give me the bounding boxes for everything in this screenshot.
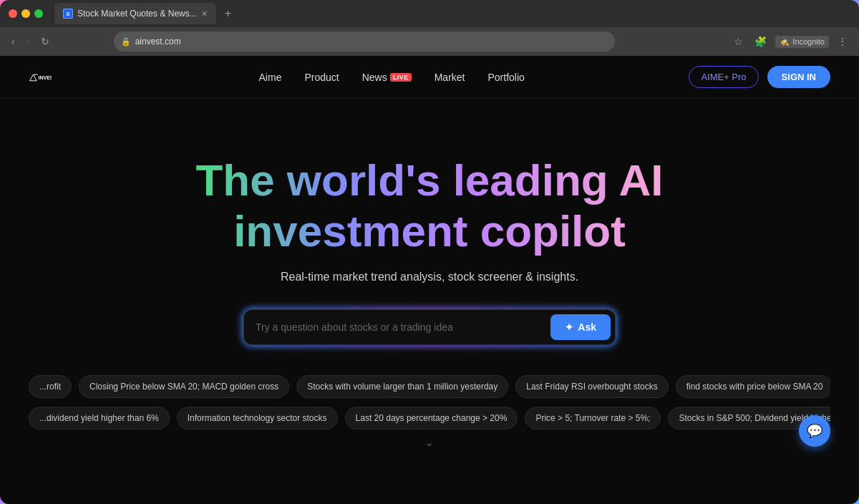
ask-button[interactable]: ✦ Ask: [550, 314, 611, 340]
nav-aime[interactable]: Aime: [259, 72, 282, 83]
hero-title-line1: The world's leading AI: [195, 155, 663, 205]
bookmark-icon[interactable]: ☆: [731, 33, 746, 50]
search-box: ✦ Ask: [243, 309, 616, 345]
svg-text:INVEST: INVEST: [38, 75, 52, 80]
hero-title-line2: investment copilot: [233, 206, 626, 256]
back-button[interactable]: ‹: [9, 33, 18, 50]
browser-frame: S Stock Market Quotes & News... ✕ + ‹ › …: [0, 0, 859, 504]
nav-news-label: News: [362, 72, 387, 83]
nav-links: Aime Product News LIVE Market Portfolio: [94, 72, 689, 83]
tab-bar: S Stock Market Quotes & News... ✕ +: [54, 3, 850, 24]
maximize-button[interactable]: [34, 9, 43, 18]
nav-actions: AIME+ Pro SIGN IN: [689, 66, 830, 88]
chat-bubble-button[interactable]: 💬: [799, 415, 830, 447]
chip-item[interactable]: Stocks with volume larger than 1 million…: [296, 375, 508, 398]
live-badge: LIVE: [390, 73, 412, 82]
close-button[interactable]: [9, 9, 17, 18]
chevron-down-icon[interactable]: ⌄: [29, 437, 830, 448]
svg-text:S: S: [66, 11, 70, 17]
chip-item[interactable]: Closing Price below SMA 20; MACD golden …: [79, 375, 289, 398]
chat-icon: 💬: [807, 423, 822, 439]
chip-item[interactable]: ...rofit: [29, 375, 72, 398]
incognito-label: Incognito: [792, 37, 825, 46]
url-text: ainvest.com: [135, 37, 181, 47]
search-input[interactable]: [244, 311, 546, 343]
nav-news[interactable]: News LIVE: [362, 72, 412, 83]
logo[interactable]: INVEST: [29, 66, 52, 89]
nav-product[interactable]: Product: [304, 72, 339, 83]
chip-item[interactable]: ...dividend yield higher than 6%: [29, 407, 170, 430]
ask-button-icon: ✦: [565, 321, 573, 333]
chips-wrapper: ...rofit Closing Price below SMA 20; MAC…: [29, 371, 830, 448]
active-tab[interactable]: S Stock Market Quotes & News... ✕: [54, 3, 216, 24]
refresh-button[interactable]: ↻: [38, 33, 52, 50]
chip-item[interactable]: Information technology sector stocks: [177, 407, 338, 430]
browser-titlebar: S Stock Market Quotes & News... ✕ +: [0, 0, 859, 27]
chips-row-2: ...dividend yield higher than 6% Informa…: [29, 402, 830, 434]
sign-in-button[interactable]: SIGN IN: [767, 66, 830, 88]
tab-close-icon[interactable]: ✕: [201, 9, 208, 19]
chip-item[interactable]: Last 20 days percentage change > 20%: [345, 407, 518, 430]
chips-row-1: ...rofit Closing Price below SMA 20; MAC…: [29, 371, 830, 402]
svg-marker-2: [30, 74, 37, 81]
hero-title: The world's leading AI investment copilo…: [195, 155, 663, 257]
address-bar[interactable]: 🔒 ainvest.com: [114, 32, 615, 52]
logo-icon: INVEST: [29, 66, 52, 89]
chip-item[interactable]: Last Friday RSI overbought stocks: [515, 375, 668, 398]
site-nav: INVEST Aime Product News LIVE Market Por…: [0, 56, 859, 99]
nav-market[interactable]: Market: [435, 72, 465, 83]
forward-button[interactable]: ›: [24, 33, 33, 50]
hero-section: The world's leading AI investment copilo…: [0, 99, 859, 504]
hero-subtitle: Real-time market trend analysis, stock s…: [281, 271, 578, 284]
incognito-badge: 🕵️ Incognito: [775, 36, 829, 48]
ask-button-label: Ask: [578, 321, 596, 333]
website-content: INVEST Aime Product News LIVE Market Por…: [0, 56, 859, 504]
tab-favicon: S: [63, 9, 73, 19]
lock-icon: 🔒: [121, 37, 131, 47]
menu-icon[interactable]: ⋮: [835, 33, 850, 50]
extensions-icon[interactable]: 🧩: [752, 33, 770, 50]
nav-portfolio[interactable]: Portfolio: [488, 72, 525, 83]
chip-item[interactable]: Price > 5; Turnover rate > 5%;: [525, 407, 661, 430]
tab-title: Stock Market Quotes & News...: [77, 9, 197, 19]
aime-pro-button[interactable]: AIME+ Pro: [689, 66, 758, 88]
new-tab-button[interactable]: +: [219, 4, 237, 23]
search-container: ✦ Ask: [243, 309, 616, 345]
minimize-button[interactable]: [21, 9, 30, 18]
toolbar-right: ☆ 🧩 🕵️ Incognito ⋮: [731, 33, 850, 50]
chip-item[interactable]: find stocks with price below SMA 20: [676, 375, 830, 398]
incognito-icon: 🕵️: [780, 37, 790, 47]
browser-toolbar: ‹ › ↻ 🔒 ainvest.com ☆ 🧩 🕵️ Incognito ⋮: [0, 27, 859, 56]
traffic-lights: [9, 9, 43, 18]
